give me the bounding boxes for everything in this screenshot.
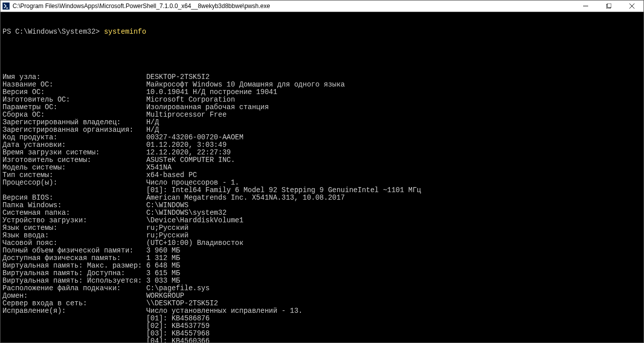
info-row: Зарегистрированная организация: Н/Д [3, 126, 641, 134]
info-label: Изготовитель ОС: [3, 96, 146, 104]
info-value: 3 960 МБ [146, 247, 180, 254]
info-label: Виртуальная память: Доступна: [3, 270, 146, 277]
window-controls [574, 1, 643, 12]
info-row: Исправление(я): Число установленных испр… [3, 307, 641, 315]
info-value: Число установленных исправлений - 13. [146, 307, 303, 315]
info-row: [03]: KB4557968 [3, 330, 641, 337]
info-value: ru;Русский [146, 224, 189, 232]
info-row: Версия BIOS: American Megatrends Inc. X5… [3, 194, 641, 202]
info-row: Сборка ОС: Multiprocessor Free [3, 111, 641, 119]
info-value: x64-based PC [146, 172, 197, 179]
info-row: [04]: KB4560366 [3, 337, 641, 342]
info-label [3, 187, 146, 194]
prompt-line: PS C:\Windows\System32> systeminfo [3, 28, 641, 36]
info-value: \\DESKTOP-2TSK5I2 [146, 300, 218, 307]
info-label: Версия ОС: [3, 89, 146, 96]
info-row: Виртуальная память: Доступна: 3 615 МБ [3, 270, 641, 277]
info-value: DESKTOP-2TSK5I2 [146, 73, 210, 81]
info-value: 3 615 МБ [146, 270, 180, 277]
info-value: 3 033 МБ [146, 277, 180, 285]
info-label [3, 337, 146, 342]
minimize-button[interactable] [574, 1, 597, 12]
info-value: C:\pagefile.sys [146, 285, 210, 292]
svg-rect-4 [607, 4, 611, 8]
close-button[interactable] [620, 1, 643, 12]
info-row: Тип системы: x64-based PC [3, 172, 641, 179]
info-row: [01]: KB4586876 [3, 315, 641, 322]
info-value: American Megatrends Inc. X541NA.313, 10.… [146, 194, 345, 202]
info-label: Зарегистрированный владелец: [3, 119, 146, 126]
info-label: Исправление(я): [3, 307, 146, 315]
info-label: Часовой пояс: [3, 239, 146, 247]
info-row: Домен: WORKGROUP [3, 292, 641, 300]
maximize-button[interactable] [597, 1, 620, 12]
info-value: WORKGROUP [146, 292, 185, 300]
info-label: Язык системы: [3, 224, 146, 232]
info-value: 6 648 МБ [146, 262, 180, 270]
info-value: ru;Русский [146, 232, 189, 239]
info-row: Виртуальная память: Макс. размер: 6 648 … [3, 262, 641, 270]
blank-line [3, 51, 641, 58]
info-value: [04]: KB4560366 [146, 337, 210, 342]
info-row: Код продукта: 00327-43206-00720-AAOEM [3, 134, 641, 141]
window-title: C:\Program Files\WindowsApps\Microsoft.P… [13, 3, 270, 10]
info-row: Название ОС: Майкрософт Windows 10 Домаш… [3, 81, 641, 89]
info-row: Имя узла: DESKTOP-2TSK5I2 [3, 73, 641, 81]
info-row: Процессор(ы): Число процессоров - 1. [3, 179, 641, 187]
info-value: ASUSTeK COMPUTER INC. [146, 156, 235, 164]
info-row: Доступная физическая память: 1 312 МБ [3, 254, 641, 262]
info-value: [02]: KB4537759 [146, 322, 210, 330]
info-row: Изготовитель системы: ASUSTeK COMPUTER I… [3, 156, 641, 164]
info-row: Сервер входа в сеть: \\DESKTOP-2TSK5I2 [3, 300, 641, 307]
info-row: Устройство загрузки: \Device\HarddiskVol… [3, 217, 641, 224]
prompt-path: PS C:\Windows\System32> [3, 28, 104, 36]
info-value: [01]: Intel64 Family 6 Model 92 Stepping… [146, 187, 421, 194]
title-left: C:\Program Files\WindowsApps\Microsoft.P… [1, 3, 270, 10]
info-label: Дата установки: [3, 141, 146, 149]
powershell-icon [3, 3, 10, 10]
info-label: Сборка ОС: [3, 111, 146, 119]
info-label: Системная папка: [3, 209, 146, 217]
info-label: Параметры ОС: [3, 104, 146, 111]
info-label: Изготовитель системы: [3, 156, 146, 164]
info-value: 01.12.2020, 3:03:49 [146, 141, 227, 149]
info-value: [01]: KB4586876 [146, 315, 210, 322]
info-row: Часовой пояс: (UTC+10:00) Владивосток [3, 239, 641, 247]
terminal-output[interactable]: PS C:\Windows\System32> systeminfo Имя у… [1, 12, 643, 342]
info-value: C:\WINDOWS\system32 [146, 209, 227, 217]
info-label: Зарегистрированная организация: [3, 126, 146, 134]
info-label: Процессор(ы): [3, 179, 146, 187]
info-value: Н/Д [146, 119, 159, 126]
info-label: Сервер входа в сеть: [3, 300, 146, 307]
info-value: Н/Д [146, 126, 159, 134]
info-value: Изолированная рабочая станция [146, 104, 269, 111]
info-value: [03]: KB4557968 [146, 330, 210, 337]
info-label: Версия BIOS: [3, 194, 146, 202]
info-value: Число процессоров - 1. [146, 179, 239, 187]
info-value: Multiprocessor Free [146, 111, 227, 119]
info-value: 00327-43206-00720-AAOEM [146, 134, 244, 141]
info-label: Модель системы: [3, 164, 146, 172]
info-label: Доступная физическая память: [3, 254, 146, 262]
info-row: Расположение файла подкачки: C:\pagefile… [3, 285, 641, 292]
info-label: Устройство загрузки: [3, 217, 146, 224]
info-row: [01]: Intel64 Family 6 Model 92 Stepping… [3, 187, 641, 194]
systeminfo-rows: Имя узла: DESKTOP-2TSK5I2Название ОС: Ма… [3, 73, 641, 342]
info-row: Системная папка: C:\WINDOWS\system32 [3, 209, 641, 217]
info-row: Папка Windows: C:\WINDOWS [3, 202, 641, 209]
info-value: 12.12.2020, 22:27:39 [146, 149, 231, 156]
info-row: Полный объем физической памяти: 3 960 МБ [3, 247, 641, 254]
title-bar[interactable]: C:\Program Files\WindowsApps\Microsoft.P… [1, 1, 643, 12]
info-label: Язык ввода: [3, 232, 146, 239]
info-label [3, 322, 146, 330]
info-label: Виртуальная память: Макс. размер: [3, 262, 146, 270]
info-label: Код продукта: [3, 134, 146, 141]
info-label: Тип системы: [3, 172, 146, 179]
info-label: Время загрузки системы: [3, 149, 146, 156]
info-row: [02]: KB4537759 [3, 322, 641, 330]
info-label: Папка Windows: [3, 202, 146, 209]
info-label: Расположение файла подкачки: [3, 285, 146, 292]
info-row: Модель системы: X541NA [3, 164, 641, 172]
info-row: Параметры ОС: Изолированная рабочая стан… [3, 104, 641, 111]
info-row: Версия ОС: 10.0.19041 Н/Д построение 190… [3, 89, 641, 96]
